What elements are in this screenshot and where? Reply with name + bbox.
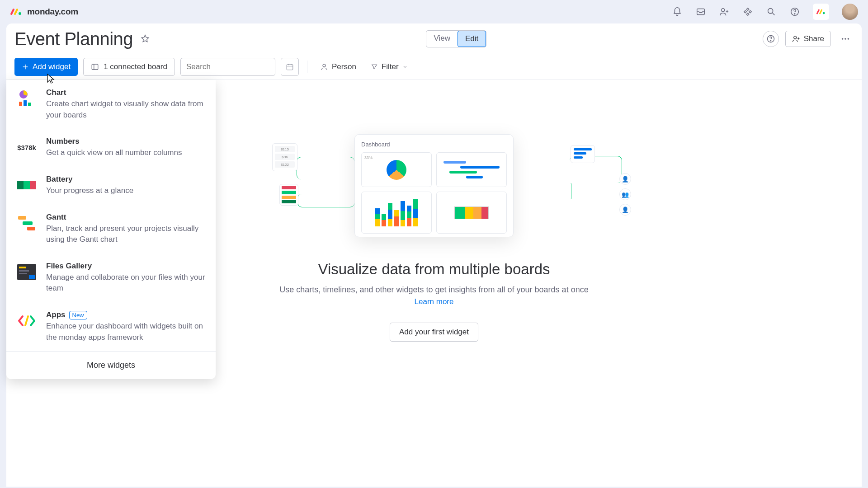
gantt-icon bbox=[16, 213, 37, 234]
share-button[interactable]: Share bbox=[785, 31, 831, 47]
more-menu-button[interactable] bbox=[837, 31, 854, 47]
apps-icon[interactable] bbox=[742, 6, 753, 17]
files-icon bbox=[16, 262, 37, 282]
search-icon[interactable] bbox=[766, 6, 777, 17]
notifications-icon[interactable] bbox=[672, 6, 683, 17]
empty-title: Visualize data from multiple boards bbox=[318, 261, 550, 278]
widget-desc: Get a quick view on all number columns bbox=[46, 147, 206, 159]
connected-boards-button[interactable]: 1 connected board bbox=[83, 58, 175, 76]
widget-desc: Create chart widget to visually show dat… bbox=[46, 99, 206, 121]
code-icon bbox=[16, 310, 37, 331]
svg-point-12 bbox=[848, 38, 849, 40]
inbox-icon[interactable] bbox=[695, 6, 706, 17]
logo-icon bbox=[10, 8, 23, 16]
search-input[interactable] bbox=[186, 62, 282, 71]
product-switcher[interactable] bbox=[813, 4, 829, 20]
svg-rect-28 bbox=[19, 267, 26, 268]
new-badge: New bbox=[69, 311, 87, 319]
svg-point-8 bbox=[770, 41, 771, 41]
illus-battery bbox=[279, 184, 298, 206]
widget-title: Files Gallery bbox=[46, 262, 206, 271]
avatar[interactable] bbox=[842, 4, 858, 20]
help-icon[interactable] bbox=[789, 6, 800, 17]
share-label: Share bbox=[804, 34, 824, 43]
info-button[interactable] bbox=[763, 31, 779, 47]
empty-subtitle: Use charts, timelines, and other widgets… bbox=[279, 285, 588, 295]
svg-rect-15 bbox=[287, 65, 293, 70]
widget-title: Gantt bbox=[46, 213, 206, 222]
tab-edit[interactable]: Edit bbox=[458, 31, 486, 47]
widget-option-battery[interactable]: Battery Your progress at a glance bbox=[6, 167, 216, 205]
person-filter-button[interactable]: Person bbox=[316, 58, 361, 76]
illus-dash-label: Dashboard bbox=[361, 141, 507, 148]
widget-option-numbers[interactable]: $378k Numbers Get a quick view on all nu… bbox=[6, 129, 216, 167]
svg-point-11 bbox=[844, 38, 846, 40]
person-icon bbox=[320, 63, 328, 71]
illus-people: 👤👥👤 bbox=[619, 173, 634, 216]
more-widgets-button[interactable]: More widgets bbox=[6, 352, 216, 379]
widget-title: Numbers bbox=[46, 137, 206, 146]
widget-option-gantt[interactable]: Gantt Plan, track and present your proje… bbox=[6, 205, 216, 253]
filter-button[interactable]: Filter bbox=[366, 58, 412, 76]
svg-rect-22 bbox=[24, 181, 30, 189]
add-first-widget-button[interactable]: Add your first widget bbox=[390, 323, 478, 342]
brand[interactable]: monday.com bbox=[10, 7, 78, 17]
svg-point-9 bbox=[793, 36, 796, 39]
svg-point-16 bbox=[323, 64, 326, 67]
svg-rect-26 bbox=[27, 227, 35, 230]
main-content: Chart Create chart widget to visually sh… bbox=[6, 80, 862, 487]
filter-label: Filter bbox=[382, 62, 399, 71]
separator bbox=[307, 61, 307, 73]
svg-rect-13 bbox=[92, 64, 98, 70]
plus-icon bbox=[22, 63, 29, 70]
mode-toggle: View Edit bbox=[426, 30, 486, 47]
svg-point-0 bbox=[19, 12, 21, 15]
add-widget-dropdown: Chart Create chart widget to visually sh… bbox=[6, 80, 216, 379]
filter-icon bbox=[371, 63, 378, 70]
page-title: Event Planning bbox=[14, 29, 133, 49]
add-widget-button[interactable]: Add widget bbox=[14, 58, 78, 76]
svg-rect-21 bbox=[17, 181, 24, 189]
svg-point-5 bbox=[794, 14, 795, 14]
favorite-button[interactable] bbox=[140, 34, 150, 44]
svg-rect-24 bbox=[18, 216, 26, 220]
widget-option-apps[interactable]: Apps New Enhance your dashboard with wid… bbox=[6, 302, 216, 351]
widget-title: Chart bbox=[46, 88, 206, 97]
illus-list bbox=[571, 145, 595, 163]
widget-desc: Your progress at a glance bbox=[46, 185, 206, 197]
board-icon bbox=[91, 63, 99, 71]
battery-icon bbox=[16, 175, 37, 196]
page-header: Event Planning View Edit Share Add widge… bbox=[6, 23, 862, 80]
top-nav: monday.com bbox=[0, 0, 868, 23]
illus-numbers: $115$96$122 bbox=[272, 143, 297, 171]
invite-icon[interactable] bbox=[719, 6, 730, 17]
widget-title: Apps bbox=[46, 310, 66, 319]
tab-view[interactable]: View bbox=[426, 31, 458, 47]
connected-label: 1 connected board bbox=[104, 62, 167, 71]
svg-point-6 bbox=[823, 12, 825, 14]
brand-text: monday.com bbox=[27, 7, 78, 17]
search-field[interactable] bbox=[180, 58, 275, 76]
widget-title: Battery bbox=[46, 175, 206, 184]
person-label: Person bbox=[332, 62, 356, 71]
svg-rect-25 bbox=[23, 221, 33, 225]
dashboard-illustration: $115$96$122 👤👥👤 Dashboard 33% bbox=[271, 130, 597, 243]
svg-point-10 bbox=[842, 38, 844, 40]
numbers-icon: $378k bbox=[16, 137, 37, 158]
widget-option-files[interactable]: Files Gallery Manage and collaborate on … bbox=[6, 253, 216, 302]
calendar-button[interactable] bbox=[281, 58, 299, 76]
add-widget-label: Add widget bbox=[33, 62, 71, 71]
chevron-down-icon bbox=[402, 64, 408, 70]
widget-desc: Manage and collaborate on your files wit… bbox=[46, 272, 206, 294]
svg-rect-19 bbox=[24, 100, 27, 106]
svg-point-3 bbox=[768, 9, 773, 14]
svg-rect-23 bbox=[30, 181, 36, 189]
chart-icon bbox=[16, 88, 37, 109]
svg-point-2 bbox=[722, 9, 725, 12]
svg-rect-20 bbox=[28, 103, 31, 106]
share-icon bbox=[792, 35, 800, 43]
svg-rect-29 bbox=[19, 270, 29, 272]
svg-rect-18 bbox=[19, 102, 22, 106]
widget-option-chart[interactable]: Chart Create chart widget to visually sh… bbox=[6, 80, 216, 129]
learn-more-link[interactable]: Learn more bbox=[415, 297, 454, 306]
